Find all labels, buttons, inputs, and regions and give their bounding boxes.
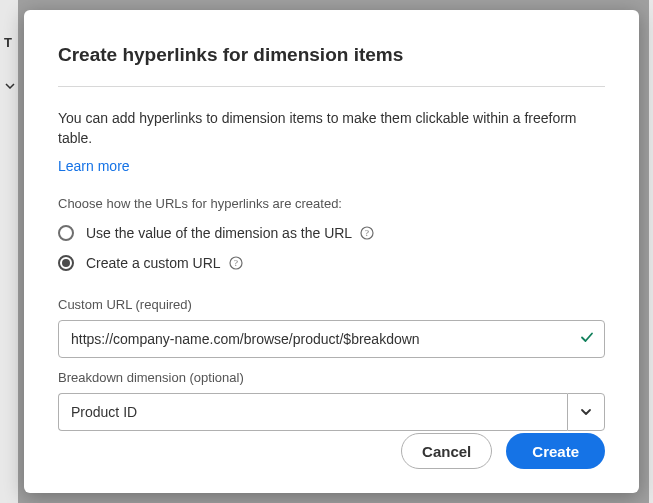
svg-text:?: ?	[365, 228, 369, 238]
choose-method-label: Choose how the URLs for hyperlinks are c…	[58, 196, 605, 211]
divider	[58, 86, 605, 87]
custom-url-label: Custom URL (required)	[58, 297, 605, 312]
breakdown-label: Breakdown dimension (optional)	[58, 370, 605, 385]
info-icon[interactable]: ?	[229, 256, 243, 270]
dialog-footer: Cancel Create	[58, 433, 605, 469]
dialog-title: Create hyperlinks for dimension items	[58, 44, 605, 66]
custom-url-input[interactable]	[58, 320, 605, 358]
radio-option-use-value[interactable]: Use the value of the dimension as the UR…	[58, 225, 605, 241]
breakdown-dropdown[interactable]: Product ID	[58, 393, 605, 431]
background-panel-right	[649, 0, 653, 503]
background-panel-left: T	[0, 0, 18, 503]
cancel-button[interactable]: Cancel	[401, 433, 492, 469]
chevron-down-icon	[5, 83, 15, 89]
radio-option-custom-url[interactable]: Create a custom URL ?	[58, 255, 605, 271]
radio-button-selected[interactable]	[58, 255, 74, 271]
svg-text:?: ?	[234, 258, 238, 268]
radio-label: Create a custom URL	[86, 255, 221, 271]
radio-button[interactable]	[58, 225, 74, 241]
create-button[interactable]: Create	[506, 433, 605, 469]
custom-url-input-wrapper	[58, 320, 605, 358]
background-text: T	[4, 35, 12, 50]
intro-text: You can add hyperlinks to dimension item…	[58, 109, 605, 148]
info-icon[interactable]: ?	[360, 226, 374, 240]
dropdown-toggle-button[interactable]	[567, 393, 605, 431]
create-hyperlinks-dialog: Create hyperlinks for dimension items Yo…	[24, 10, 639, 493]
checkmark-icon	[579, 329, 595, 349]
breakdown-value[interactable]: Product ID	[58, 393, 567, 431]
radio-inner-dot	[62, 259, 70, 267]
radio-label: Use the value of the dimension as the UR…	[86, 225, 352, 241]
chevron-down-icon	[580, 408, 592, 416]
learn-more-link[interactable]: Learn more	[58, 158, 605, 174]
